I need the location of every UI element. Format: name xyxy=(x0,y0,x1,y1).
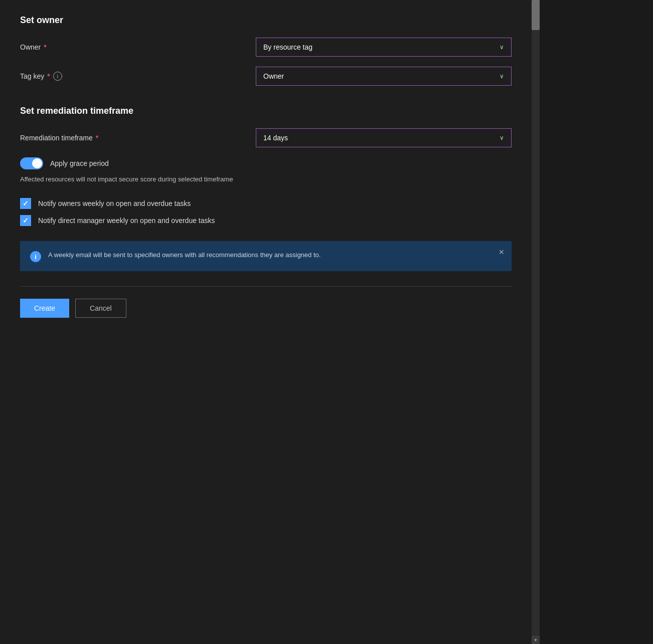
notify-owners-row: Notify owners weekly on open and overdue… xyxy=(20,198,512,209)
set-owner-title: Set owner xyxy=(20,15,512,26)
notify-owners-checkbox[interactable] xyxy=(20,198,31,209)
grace-period-toggle[interactable] xyxy=(20,157,43,169)
set-remediation-section: Set remediation timeframe Remediation ti… xyxy=(20,106,512,183)
tag-key-row: Tag key * i Owner ∨ xyxy=(20,67,512,86)
owner-label: Owner * xyxy=(20,43,256,51)
notifications-section: Notify owners weekly on open and overdue… xyxy=(20,198,512,226)
timeframe-row: Remediation timeframe * 14 days ∨ xyxy=(20,128,512,147)
main-content: Set owner Owner * By resource tag ∨ Tag … xyxy=(0,0,532,644)
footer-divider xyxy=(20,286,512,287)
cancel-button[interactable]: Cancel xyxy=(75,299,126,318)
notify-manager-checkbox[interactable] xyxy=(20,215,31,226)
tag-key-dropdown-arrow: ∨ xyxy=(500,73,504,80)
owner-dropdown-value: By resource tag xyxy=(263,43,312,51)
grace-period-row: Apply grace period xyxy=(20,157,512,169)
notify-manager-row: Notify direct manager weekly on open and… xyxy=(20,215,512,226)
info-banner-close-button[interactable]: ✕ xyxy=(499,248,505,256)
notify-manager-label: Notify direct manager weekly on open and… xyxy=(38,217,215,225)
timeframe-label-container: Remediation timeframe * xyxy=(20,134,256,142)
tag-key-dropdown-value: Owner xyxy=(263,72,284,80)
scrollbar-thumb[interactable] xyxy=(532,0,540,30)
timeframe-required-star: * xyxy=(96,134,98,142)
notify-owners-label: Notify owners weekly on open and overdue… xyxy=(38,199,191,207)
create-button[interactable]: Create xyxy=(20,299,69,318)
tag-key-label-container: Tag key * i xyxy=(20,72,256,81)
grace-period-label: Apply grace period xyxy=(50,159,109,167)
info-banner-icon: i xyxy=(30,251,41,262)
timeframe-dropdown-arrow: ∨ xyxy=(500,134,504,141)
scrollbar-down-arrow[interactable] xyxy=(532,636,540,644)
info-banner: i A weekly email will be sent to specifi… xyxy=(20,241,512,271)
owner-required-star: * xyxy=(44,43,46,51)
info-banner-text: A weekly email will be sent to specified… xyxy=(48,250,502,260)
panel-container: Set owner Owner * By resource tag ∨ Tag … xyxy=(0,0,653,644)
scrollbar-track[interactable] xyxy=(532,0,540,644)
footer-buttons: Create Cancel xyxy=(20,299,512,318)
set-owner-section: Set owner Owner * By resource tag ∨ Tag … xyxy=(20,15,512,86)
timeframe-dropdown[interactable]: 14 days ∨ xyxy=(256,128,512,147)
grace-period-note: Affected resources will not impact secur… xyxy=(20,175,512,183)
owner-row: Owner * By resource tag ∨ xyxy=(20,38,512,57)
toggle-thumb xyxy=(32,158,42,168)
timeframe-dropdown-value: 14 days xyxy=(263,134,288,142)
remediation-title: Set remediation timeframe xyxy=(20,106,512,116)
owner-dropdown-arrow: ∨ xyxy=(500,44,504,51)
tag-key-dropdown[interactable]: Owner ∨ xyxy=(256,67,512,86)
tag-key-info-icon[interactable]: i xyxy=(53,72,62,81)
tag-key-required-star: * xyxy=(47,72,50,80)
owner-dropdown[interactable]: By resource tag ∨ xyxy=(256,38,512,57)
